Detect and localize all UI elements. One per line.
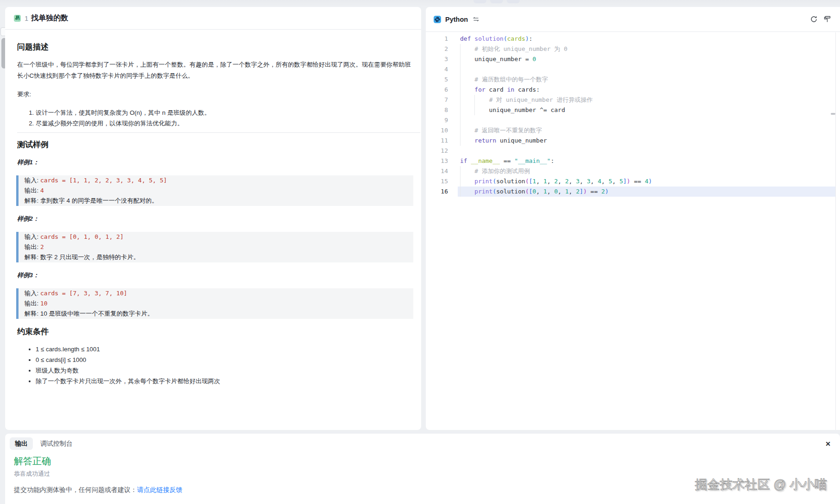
line-number: 4 [426, 64, 458, 75]
code-line-content: if __name__ == "__main__": [458, 157, 554, 164]
code-line-4[interactable]: 4 [426, 64, 840, 75]
code-line-14[interactable]: 14 # 添加你的测试用例 [426, 166, 840, 176]
code-token-b1: ) [648, 178, 652, 185]
code-line-1[interactable]: 1def solution(cards): [426, 34, 840, 44]
code-token-df: card [547, 106, 565, 113]
problem-panel: 易 1 找单独的数 问题描述 在一个班级中，每位同学都拿到了一张卡片，上面有一个… [5, 7, 421, 430]
line-number: 7 [426, 95, 458, 105]
editor-scrollbar-marker[interactable] [831, 113, 835, 115]
code-line-2[interactable]: 2 # 初始化 unique_number 为 0 [426, 44, 840, 54]
code-token-df [529, 56, 533, 62]
code-line-7[interactable]: 7 # 对 unique_number 进行异或操作 [426, 95, 840, 105]
code-token-df: card [485, 86, 507, 93]
code-token-df [460, 45, 474, 52]
format-code-icon[interactable] [824, 16, 831, 23]
code-token-cm: # 添加你的测试用例 [474, 168, 530, 174]
code-token-b2: ( [525, 188, 529, 195]
sample-code: 4 [40, 187, 44, 194]
python-logo-icon [434, 16, 441, 23]
constraint-item: 除了一个数字卡片只出现一次外，其余每个数字卡片都恰好出现两次 [36, 376, 420, 386]
close-icon[interactable]: ✕ [824, 440, 832, 448]
code-token-df: solution [496, 178, 525, 185]
code-line-3[interactable]: 3 unique_number = 0 [426, 54, 840, 64]
sample-row: 解释: 拿到数字 4 的同学是唯一一个没有配对的。 [25, 196, 409, 206]
top-toolbar-strip [0, 0, 840, 7]
section-divider [17, 132, 420, 133]
code-line-content: unique_number = 0 [458, 56, 536, 62]
code-text: def solution(cards): [458, 34, 840, 44]
result-subtitle: 恭喜成功通过 [14, 470, 50, 478]
code-token-df: solution [496, 188, 525, 195]
code-token-op: == [504, 157, 511, 164]
toolbar-button-1[interactable] [473, 0, 486, 3]
line-number: 13 [426, 156, 458, 166]
code-text: # 添加你的测试用例 [458, 166, 840, 176]
line-number: 9 [426, 115, 458, 125]
code-line-6[interactable]: 6 for card in cards: [426, 85, 840, 95]
console-tab-output[interactable]: 输出 [10, 437, 33, 450]
code-token-b2: ) [627, 178, 630, 185]
code-text: print(solution([1, 1, 2, 2, 3, 3, 4, 5, … [458, 176, 840, 187]
code-token-df: , [547, 178, 554, 185]
code-line-15[interactable]: 15 print(solution([1, 1, 2, 2, 3, 3, 4, … [426, 176, 840, 187]
code-token-df: cards [514, 86, 536, 93]
console-tab-debug[interactable]: 调试控制台 [35, 437, 78, 450]
code-token-df [500, 157, 504, 164]
code-token-df [587, 188, 591, 195]
code-line-content: print(solution([0, 1, 0, 1, 2]) == 2) [458, 188, 609, 195]
line-number: 1 [426, 34, 458, 44]
code-line-content: # 对 unique_number 进行异或操作 [458, 96, 593, 103]
code-line-content: for card in cards: [458, 86, 540, 93]
description-heading: 问题描述 [17, 43, 420, 52]
requirement-item: 设计一个算法，使其时间复杂度为 O(n)，其中 n 是班级的人数。 [36, 107, 420, 118]
line-number: 2 [426, 44, 458, 54]
code-line-13[interactable]: 13if __name__ == "__main__": [426, 156, 840, 166]
swap-language-icon[interactable] [473, 16, 479, 22]
sample-row: 输出: 2 [25, 242, 409, 252]
code-line-8[interactable]: 8 unique_number ^= card [426, 105, 840, 115]
problem-number: 1 [25, 14, 28, 22]
result-status-text: 解答正确 [14, 455, 51, 467]
code-token-df: , [591, 178, 598, 185]
code-line-content [458, 147, 460, 154]
code-token-kw: for [474, 86, 485, 93]
code-line-11[interactable]: 11 return unique_number [426, 136, 840, 146]
code-text: return unique_number [458, 136, 840, 146]
code-token-pm: __name__ [471, 157, 500, 164]
code-editor[interactable]: 1def solution(cards):2 # 初始化 unique_numb… [426, 32, 840, 429]
code-token-b1: ] [579, 188, 583, 195]
sample-row: 输入: cards = [0, 1, 0, 1, 2] [25, 232, 409, 242]
code-token-df [460, 127, 474, 134]
code-token-df [460, 137, 474, 144]
code-line-content: # 初始化 unique_number 为 0 [458, 45, 567, 52]
code-line-12[interactable]: 12 [426, 146, 840, 156]
line-number: 10 [426, 125, 458, 136]
code-token-df: , [536, 188, 543, 195]
code-token-df [460, 76, 474, 83]
code-token-b2: ( [525, 178, 529, 185]
sample-code: cards = [0, 1, 0, 1, 2] [40, 233, 124, 240]
sample-label: 样例2： [17, 213, 413, 224]
code-token-df: unique_number [460, 56, 525, 62]
feedback-link[interactable]: 请点此链接反馈 [137, 486, 182, 493]
code-text: unique_number ^= card [458, 105, 840, 115]
code-text: # 初始化 unique_number 为 0 [458, 44, 840, 54]
code-line-9[interactable]: 9 [426, 115, 840, 125]
code-token-df: , [601, 178, 609, 185]
sample-label: 样例3： [17, 270, 413, 281]
code-line-content [458, 66, 460, 73]
code-text: if __name__ == "__main__": [458, 156, 840, 166]
code-token-df: , [569, 178, 576, 185]
code-line-10[interactable]: 10 # 返回唯一不重复的数字 [426, 125, 840, 136]
code-token-fn: print [474, 178, 492, 185]
line-number: 6 [426, 85, 458, 95]
toolbar-button-2[interactable] [490, 0, 503, 3]
refresh-icon[interactable] [810, 16, 817, 23]
constraints-heading: 约束条件 [17, 327, 420, 336]
toolbar-button-3[interactable] [507, 0, 520, 3]
language-label[interactable]: Python [445, 16, 468, 23]
code-token-num: 5 [609, 178, 612, 185]
code-line-5[interactable]: 5 # 遍历数组中的每一个数字 [426, 75, 840, 85]
code-line-16[interactable]: 16 print(solution([0, 1, 0, 1, 2]) == 2) [426, 187, 840, 197]
code-token-op: == [591, 188, 598, 195]
